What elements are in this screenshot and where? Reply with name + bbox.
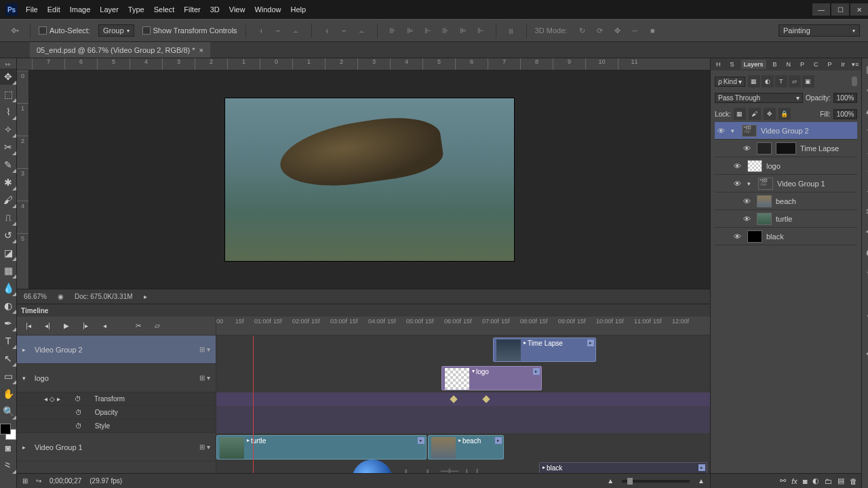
delete-layer-icon[interactable]: 🗑: [850, 477, 857, 485]
zoom-tool[interactable]: 🔍: [0, 403, 16, 420]
status-arrow-icon[interactable]: ▸: [144, 293, 147, 300]
track-prop-style[interactable]: ⏱ Style: [17, 420, 216, 433]
visibility-icon[interactable]: 👁: [734, 180, 743, 188]
fill-value[interactable]: 100%: [833, 109, 858, 119]
clip-black[interactable]: ▸black ▸: [539, 462, 707, 473]
panel-tab-layers[interactable]: Layers: [741, 60, 766, 69]
show-transform-checkbox[interactable]: Show Transform Controls: [142, 26, 237, 35]
visibility-icon[interactable]: 👁: [743, 197, 753, 205]
filter-smart-icon[interactable]: ▣: [802, 75, 814, 87]
menu-window[interactable]: Window: [254, 5, 281, 14]
canvas[interactable]: [225, 98, 514, 261]
brush-tool[interactable]: 🖌: [0, 192, 16, 208]
dist-3-icon[interactable]: ⊩: [421, 24, 435, 37]
hand-tool[interactable]: ✋: [0, 386, 16, 402]
tl-transition-button[interactable]: ▱: [151, 321, 163, 331]
clip-end-icon[interactable]: ▸: [495, 437, 502, 444]
collapse-toolbox-icon[interactable]: ▸▸: [5, 61, 11, 67]
dist-1-icon[interactable]: ⊪: [386, 24, 399, 37]
track-video-group-1[interactable]: ▸ Video Group 1 ⊞ ▾: [17, 433, 216, 462]
panel-tab-ir[interactable]: Ir: [839, 60, 848, 69]
clip-end-icon[interactable]: ▸: [533, 368, 540, 375]
panel-tab-n[interactable]: N: [784, 60, 794, 69]
timeline-clips-area[interactable]: ▸Time Lapse ▸ ▾logo ▸: [216, 336, 710, 473]
stamp-tool[interactable]: ⎍: [0, 209, 16, 226]
align-bottom-icon[interactable]: ⫠: [290, 24, 303, 37]
lasso-tool[interactable]: ⌇: [0, 104, 16, 120]
clip-beach[interactable]: ▸beach ▸: [428, 435, 504, 460]
blend-mode-dropdown[interactable]: Pass Through▾: [715, 93, 803, 103]
tl-prev-frame-button[interactable]: ◂|: [41, 321, 54, 331]
clip-end-icon[interactable]: ▸: [587, 340, 594, 346]
panel-tab-p[interactable]: P: [797, 60, 807, 69]
zoom-slider-icon[interactable]: ◉: [58, 293, 64, 300]
tl-next-frame-button[interactable]: |▸: [79, 321, 92, 331]
clip-timelapse[interactable]: ▸Time Lapse ▸: [493, 338, 596, 362]
menu-filter[interactable]: Filter: [184, 5, 200, 14]
3d-slide-icon[interactable]: ↔: [628, 24, 642, 37]
clip-end-icon[interactable]: ▸: [698, 464, 705, 471]
panel-tab-b[interactable]: B: [770, 60, 780, 69]
heal-tool[interactable]: ✱: [0, 174, 16, 190]
canvas-area[interactable]: [29, 70, 710, 289]
maximize-button[interactable]: ☐: [831, 3, 849, 16]
zoom-level[interactable]: 66.67%: [24, 293, 47, 300]
minimize-button[interactable]: —: [812, 3, 830, 16]
tl-frame-convert-icon[interactable]: ⊞: [22, 477, 28, 485]
clip-turtle[interactable]: ▸turtle ▸: [216, 435, 427, 460]
track-prop-opacity[interactable]: ⏱ Opacity: [17, 406, 216, 420]
gradient-tool[interactable]: ▦: [0, 262, 16, 279]
workspace-switcher[interactable]: Painting▾: [778, 24, 860, 37]
tl-zoom-slider[interactable]: [622, 480, 690, 483]
filter-kind-dropdown[interactable]: ρ Kind ▾: [715, 77, 745, 87]
visibility-icon[interactable]: 👁: [743, 144, 753, 152]
dock-styles-icon[interactable]: ◈: [862, 81, 868, 98]
link-layers-icon[interactable]: ⚯: [780, 476, 786, 485]
quickmask-tool[interactable]: ◙: [0, 440, 16, 456]
chevron-right-icon[interactable]: ▸: [22, 444, 29, 451]
3d-zoom-icon[interactable]: ■: [646, 24, 659, 37]
mask-icon[interactable]: ◙: [803, 477, 808, 485]
filter-adjust-icon[interactable]: ◐: [762, 75, 774, 87]
menu-file[interactable]: File: [26, 5, 38, 14]
layer-logo[interactable]: 👁 logo: [715, 157, 857, 175]
tl-zoom-in-icon[interactable]: ▲: [698, 477, 705, 485]
eyedropper-tool[interactable]: ✎: [0, 157, 16, 173]
menu-help[interactable]: Help: [291, 5, 307, 14]
track-prop-transform[interactable]: ◂ ◇ ▸ ⏱ Transform: [17, 392, 216, 406]
menu-layer[interactable]: Layer: [100, 5, 119, 14]
shape-tool[interactable]: ▭: [0, 368, 16, 384]
align-vcenter-icon[interactable]: ⫟: [272, 24, 285, 37]
tl-mute-button[interactable]: ◂: [98, 321, 111, 331]
dock-clone-icon[interactable]: ⎍: [862, 142, 868, 159]
close-tab-icon[interactable]: ×: [199, 46, 203, 54]
dock-align-icon[interactable]: ⫟: [862, 183, 868, 199]
auto-align-icon[interactable]: ⫼: [505, 24, 518, 37]
lock-pixel-icon[interactable]: 🖌: [749, 108, 761, 120]
document-tab[interactable]: 05_end.psd @ 66.7% (Video Group 2, RGB/8…: [30, 42, 210, 58]
color-swatches[interactable]: [0, 424, 16, 440]
playhead[interactable]: [253, 336, 254, 473]
eraser-tool[interactable]: ◪: [0, 245, 16, 261]
opacity-value[interactable]: 100%: [833, 93, 858, 103]
filter-type-icon[interactable]: T: [775, 75, 787, 87]
clip-end-icon[interactable]: ▸: [418, 437, 425, 444]
dock-3d-icon[interactable]: ⟐: [862, 163, 868, 179]
stopwatch-icon[interactable]: ⏱: [75, 395, 81, 403]
chevron-right-icon[interactable]: ▸: [22, 346, 29, 353]
3d-roll-icon[interactable]: ⟳: [593, 24, 606, 37]
screenmode-tool[interactable]: ⺀: [0, 458, 16, 474]
new-layer-icon[interactable]: ▤: [837, 476, 844, 485]
menu-3d[interactable]: 3D: [210, 5, 220, 14]
panel-menu-icon[interactable]: ▾≡: [852, 61, 859, 68]
auto-select-dropdown[interactable]: Group▾: [98, 24, 134, 37]
visibility-icon[interactable]: 👁: [717, 127, 727, 135]
dock-nav-icon[interactable]: ✦: [862, 122, 868, 138]
track-options-icon[interactable]: ⊞ ▾: [199, 346, 210, 353]
path-tool[interactable]: ↖: [0, 350, 16, 367]
dock-adjust-icon[interactable]: ☀: [862, 264, 868, 281]
filter-toggle[interactable]: [852, 77, 857, 86]
panel-tab-s[interactable]: S: [728, 60, 737, 69]
dock-transform-icon[interactable]: ✂: [862, 203, 868, 220]
layer-video-group-2[interactable]: 👁 ▾ 🎬 Video Group 2: [715, 122, 857, 140]
